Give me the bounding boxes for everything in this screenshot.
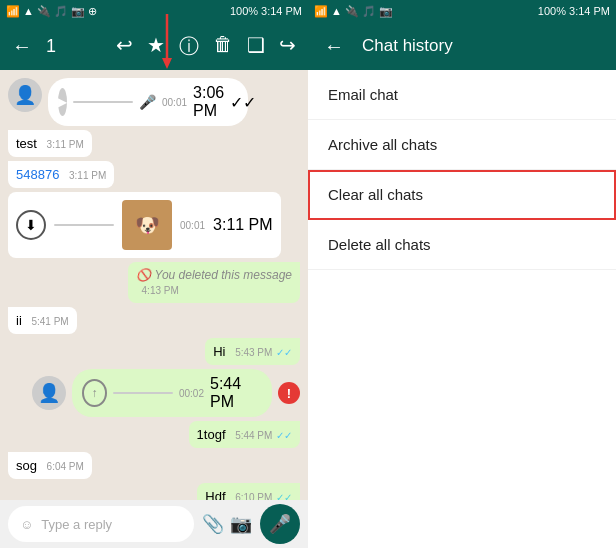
mic-icon: 🎤 (139, 94, 156, 110)
error-icon: ! (278, 382, 300, 404)
link-text[interactable]: 548876 (16, 167, 59, 182)
signal-icon: 📶 (6, 5, 20, 18)
voice-message[interactable]: ▶ 🎤 00:01 3:06 PM ✓✓ (48, 78, 248, 126)
status-right: 100% 3:14 PM (230, 5, 302, 17)
clear-all-chats-item[interactable]: Clear all chats (308, 170, 616, 220)
read-ticks: ✓✓ (276, 347, 292, 358)
page-title: Chat history (362, 36, 453, 56)
table-row: sog 6:04 PM (8, 452, 300, 479)
message-text: Hi (213, 344, 225, 359)
selected-count: 1 (46, 36, 102, 57)
chat-area: 👤 ▶ 🎤 00:01 3:06 PM ✓✓ test 3:11 PM (0, 70, 308, 500)
upload-icon[interactable]: ↑ (82, 379, 107, 407)
media-icon: 🎵 (54, 5, 68, 18)
message-time: 6:04 PM (47, 461, 84, 472)
forward-button[interactable]: ↪ (275, 29, 300, 64)
left-status-bar: 📶 ▲ 🔌 🎵 📷 ⊕ 100% 3:14 PM (0, 0, 308, 22)
left-panel: 📶 ▲ 🔌 🎵 📷 ⊕ 100% 3:14 PM ← 1 ↩ ★ ⓘ 🗑 ❑ ↪ (0, 0, 308, 548)
message-time: 3:06 PM (193, 84, 224, 120)
message-time: 5:44 PM (235, 430, 272, 441)
message-time: 5:43 PM (235, 347, 272, 358)
text-message: Hdf 6:10 PM ✓✓ (197, 483, 300, 500)
text-message: Hi 5:43 PM ✓✓ (205, 338, 300, 365)
text-message: 1togf 5:44 PM ✓✓ (189, 421, 300, 448)
table-row: 548876 3:11 PM (8, 161, 300, 188)
mic-icon: 🎤 (269, 513, 291, 535)
signal-icon: 📶 (314, 5, 328, 17)
duration: 00:02 (179, 388, 204, 399)
message-time: 5:44 PM (210, 375, 262, 411)
table-row: ii 5:41 PM (8, 307, 300, 334)
deleted-text: 🚫 You deleted this message (136, 268, 292, 282)
sim-icon: ▲ (23, 5, 34, 17)
read-ticks: ✓✓ (276, 492, 292, 500)
message-time: 4:13 PM (142, 285, 179, 296)
wave-line (73, 101, 133, 103)
email-chat-item[interactable]: Email chat (308, 70, 616, 120)
toolbar-actions: ↩ ★ ⓘ 🗑 ❑ ↪ (112, 29, 300, 64)
battery-text: 100% (230, 5, 258, 17)
star-button[interactable]: ★ (143, 29, 169, 64)
delete-button[interactable]: 🗑 (209, 29, 237, 64)
time-text: 3:14 PM (261, 5, 302, 17)
usb-icon: 🔌 (37, 5, 51, 18)
camera-icon[interactable]: 📷 (230, 513, 252, 535)
table-row: 1togf 5:44 PM ✓✓ (8, 421, 300, 448)
mic-button[interactable]: 🎤 (260, 504, 300, 544)
menu-item-label: Delete all chats (328, 236, 431, 253)
back-button[interactable]: ← (320, 31, 348, 62)
battery-text: 100% (538, 5, 566, 17)
table-row: ⬇ 🐶 00:01 3:11 PM (8, 192, 300, 258)
back-button[interactable]: ← (8, 31, 36, 62)
avatar: 👤 (32, 376, 66, 410)
text-message: 548876 3:11 PM (8, 161, 114, 188)
read-ticks: ✓✓ (276, 430, 292, 441)
screenshot-icon: 📷 (379, 5, 393, 17)
table-row: test 3:11 PM (8, 130, 300, 157)
text-message: sog 6:04 PM (8, 452, 92, 479)
message-text: ii (16, 313, 22, 328)
table-row: 👤 ▶ 🎤 00:01 3:06 PM ✓✓ (8, 78, 300, 126)
read-ticks: ✓✓ (230, 93, 256, 112)
download-message[interactable]: ⬇ 🐶 00:01 3:11 PM (8, 192, 281, 258)
duration: 00:01 (162, 97, 187, 108)
right-status-bar: 📶 ▲ 🔌 🎵 📷 100% 3:14 PM (308, 0, 616, 22)
copy-button[interactable]: ❑ (243, 29, 269, 64)
message-time: 3:11 PM (69, 170, 106, 181)
left-toolbar: ← 1 ↩ ★ ⓘ 🗑 ❑ ↪ (0, 22, 308, 70)
bluetooth-icon: ⊕ (88, 5, 97, 18)
message-time: 3:11 PM (47, 139, 84, 150)
avatar: 👤 (8, 78, 42, 112)
attach-icon[interactable]: 📎 (202, 513, 224, 535)
play-button[interactable]: ▶ (58, 88, 67, 116)
sim-icon: ▲ (331, 5, 342, 17)
text-message: test 3:11 PM (8, 130, 92, 157)
message-text: Hdf (205, 489, 225, 500)
reply-input[interactable]: ☺ Type a reply (8, 506, 194, 542)
time-text: 3:14 PM (569, 5, 610, 17)
upload-voice-message[interactable]: ↑ 00:02 5:44 PM (72, 369, 272, 417)
table-row: Hi 5:43 PM ✓✓ (8, 338, 300, 365)
deleted-message: 🚫 You deleted this message 4:13 PM (128, 262, 300, 303)
download-icon[interactable]: ⬇ (16, 210, 46, 240)
duration: 00:01 (180, 220, 205, 231)
status-left: 📶 ▲ 🔌 🎵 📷 ⊕ (6, 5, 97, 18)
chat-history-menu: Email chat Archive all chats Clear all c… (308, 70, 616, 548)
right-toolbar: ← Chat history (308, 22, 616, 70)
media-icon: 🎵 (362, 5, 376, 17)
info-button[interactable]: ⓘ (175, 29, 203, 64)
block-icon: 🚫 (136, 268, 151, 282)
message-text: 1togf (197, 427, 226, 442)
menu-item-label: Email chat (328, 86, 398, 103)
archive-all-chats-item[interactable]: Archive all chats (308, 120, 616, 170)
right-status-left: 📶 ▲ 🔌 🎵 📷 (314, 5, 393, 18)
text-message: ii 5:41 PM (8, 307, 77, 334)
message-text: test (16, 136, 37, 151)
delete-all-chats-item[interactable]: Delete all chats (308, 220, 616, 270)
message-time: 3:11 PM (213, 216, 273, 234)
input-icons: 📎 📷 (202, 513, 252, 535)
placeholder-text: Type a reply (41, 517, 182, 532)
reply-button[interactable]: ↩ (112, 29, 137, 64)
screenshot-icon: 📷 (71, 5, 85, 18)
emoji-icon[interactable]: ☺ (20, 517, 33, 532)
